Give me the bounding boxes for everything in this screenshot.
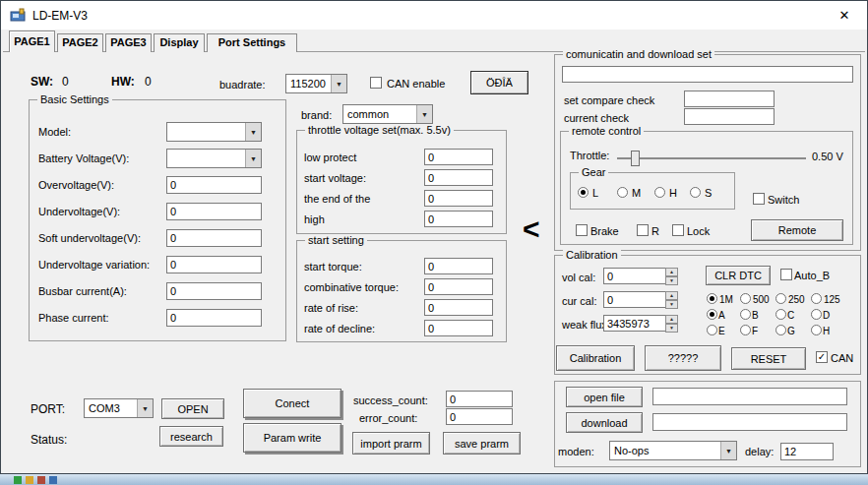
rate-radio-500[interactable]	[740, 293, 751, 304]
spin-up-icon[interactable]: ▲	[665, 268, 678, 276]
phase-current-input[interactable]	[166, 309, 262, 327]
spin-down-icon[interactable]: ▼	[665, 276, 678, 285]
spin-down-icon[interactable]: ▼	[665, 300, 678, 309]
spin-down-icon[interactable]: ▼	[665, 324, 678, 333]
gear-label-s: S	[705, 187, 712, 199]
r-label: R	[651, 225, 659, 237]
overvoltage-input[interactable]	[166, 176, 262, 194]
param-write-button[interactable]: Param write	[243, 423, 341, 453]
delay-input[interactable]	[780, 443, 834, 460]
start-voltage-input[interactable]	[424, 169, 493, 186]
import-param-button[interactable]: import prarm	[352, 432, 430, 455]
chevron-down-icon[interactable]: ▼	[416, 105, 432, 123]
chevron-down-icon[interactable]: ▼	[720, 442, 736, 459]
taskbar-icon[interactable]	[26, 476, 33, 484]
spin-up-icon[interactable]: ▲	[665, 291, 678, 300]
taskbar-icon[interactable]	[14, 476, 22, 484]
channel-radio-a[interactable]	[707, 309, 717, 320]
channel-label-g: G	[787, 326, 795, 336]
end-of-the-input[interactable]	[424, 190, 493, 207]
throttle-slider-track[interactable]	[617, 157, 806, 159]
combinative-torque-input[interactable]	[424, 278, 493, 295]
channel-radio-h[interactable]	[811, 325, 822, 335]
gear-radio-l[interactable]	[578, 187, 589, 198]
busbar-current-input[interactable]	[166, 282, 262, 300]
close-button[interactable]: ✕	[822, 1, 867, 30]
open-port-button[interactable]: OPEN	[161, 398, 224, 419]
battery-voltage-select[interactable]: ▼	[166, 149, 262, 168]
undervoltage-input[interactable]	[166, 203, 262, 220]
tab-port-settings[interactable]: Port Settings	[207, 33, 297, 52]
unknown-button[interactable]: ?????	[645, 345, 721, 371]
rate-radio-250[interactable]	[775, 293, 786, 304]
research-button[interactable]: research	[159, 426, 223, 447]
remote-button[interactable]: Remote	[751, 219, 843, 241]
open-file-button[interactable]: open file	[566, 387, 643, 407]
current-check-input[interactable]	[684, 108, 775, 125]
baudrate-select[interactable]: 115200 ▼	[285, 74, 347, 93]
rate-radio-125[interactable]	[811, 293, 822, 304]
save-param-button[interactable]: save prarm	[443, 432, 521, 455]
rate-of-decline-input[interactable]	[424, 320, 493, 336]
gear-label-m: M	[632, 187, 641, 199]
chevron-down-icon[interactable]: ▼	[245, 150, 261, 167]
rate-of-rise-input[interactable]	[424, 299, 493, 316]
success-count-input[interactable]	[446, 391, 513, 407]
gear-radio-m[interactable]	[617, 187, 628, 198]
lock-checkbox[interactable]	[672, 224, 684, 236]
gear-radio-s[interactable]	[690, 187, 701, 198]
brake-checkbox[interactable]	[576, 224, 588, 236]
switch-checkbox[interactable]	[753, 193, 765, 205]
r-checkbox[interactable]	[637, 224, 649, 236]
start-torque-input[interactable]	[424, 258, 493, 274]
tab-page3[interactable]: PAGE3	[105, 33, 152, 52]
cur-cal-input[interactable]	[603, 291, 666, 308]
moden-select[interactable]: No-ops ▼	[609, 441, 737, 460]
weak-flux-spinner[interactable]: ▲ ▼	[665, 315, 678, 332]
tab-page2[interactable]: PAGE2	[57, 33, 103, 52]
gear-radio-h[interactable]	[654, 187, 665, 198]
channel-radio-b[interactable]	[740, 309, 751, 320]
channel-radio-d[interactable]	[811, 309, 822, 320]
spin-up-icon[interactable]: ▲	[665, 315, 678, 324]
auto-b-checkbox[interactable]	[780, 269, 792, 280]
reset-button[interactable]: RESET	[731, 347, 806, 370]
taskbar-icon[interactable]	[49, 476, 57, 484]
connect-button[interactable]: Conect	[243, 389, 341, 418]
taskbar-icon[interactable]	[37, 476, 45, 484]
app-window: LD-EM-V3 ✕ PAGE1 PAGE2 PAGE3 Display Por…	[0, 0, 868, 474]
set-compare-check-input[interactable]	[684, 91, 775, 107]
channel-radio-c[interactable]	[775, 309, 786, 320]
comm-main-input[interactable]	[562, 66, 853, 83]
can-checkbox[interactable]: ✓	[816, 351, 828, 363]
rate-radio-1m[interactable]	[707, 293, 717, 304]
low-protect-input[interactable]	[424, 149, 493, 165]
channel-radio-g[interactable]	[775, 325, 786, 335]
clr-dtc-button[interactable]: CLR DTC	[706, 266, 771, 285]
model-select[interactable]: ▼	[166, 122, 262, 142]
channel-radio-f[interactable]	[740, 325, 751, 335]
soft-undervoltage-input[interactable]	[166, 229, 262, 247]
vol-cal-input[interactable]	[603, 268, 666, 284]
tab-display[interactable]: Display	[154, 33, 205, 52]
high-input[interactable]	[424, 211, 493, 227]
port-select[interactable]: COM3 ▼	[84, 398, 154, 418]
error-count-input[interactable]	[446, 408, 513, 425]
channel-radio-e[interactable]	[707, 325, 717, 335]
chevron-down-icon[interactable]: ▼	[137, 399, 153, 417]
chevron-down-icon[interactable]: ▼	[245, 123, 261, 141]
brand-select[interactable]: common ▼	[342, 104, 433, 124]
vol-cal-spinner[interactable]: ▲ ▼	[665, 268, 678, 284]
download-button[interactable]: download	[566, 412, 643, 433]
tab-page1[interactable]: PAGE1	[9, 30, 55, 52]
calibration-button[interactable]: Calibration	[556, 345, 635, 371]
open-file-input[interactable]	[652, 388, 847, 405]
cur-cal-spinner[interactable]: ▲ ▼	[665, 291, 678, 308]
throttle-slider-thumb[interactable]	[631, 151, 640, 166]
weak-flux-input[interactable]	[603, 315, 666, 332]
language-button[interactable]: ÖÐÎÄ	[470, 71, 528, 94]
undervoltage-variation-input[interactable]	[166, 256, 262, 273]
can-enable-checkbox[interactable]	[370, 77, 382, 89]
download-input[interactable]	[652, 413, 847, 431]
chevron-down-icon[interactable]: ▼	[331, 75, 346, 92]
